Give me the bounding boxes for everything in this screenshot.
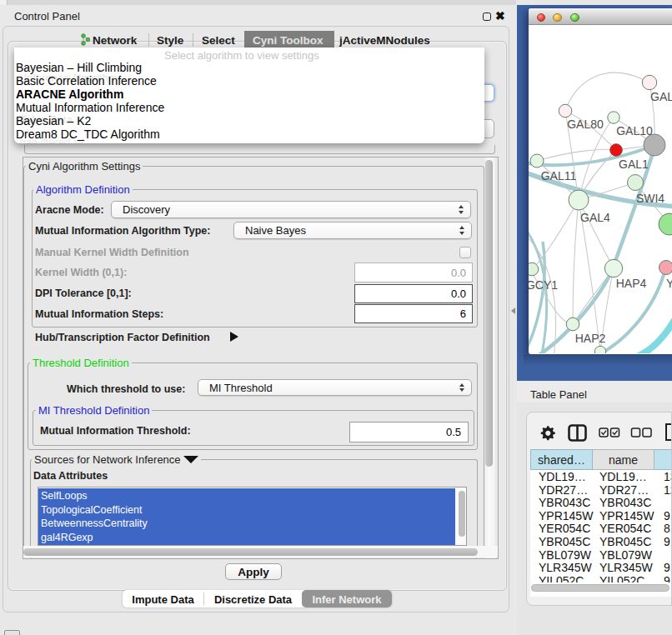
svg-text:GAL80: GAL80 bbox=[567, 118, 604, 131]
svg-text:GAL11: GAL11 bbox=[541, 169, 577, 182]
svg-text:YL: YL bbox=[666, 277, 672, 290]
svg-text:GAL4: GAL4 bbox=[580, 211, 610, 224]
svg-text:HAP2: HAP2 bbox=[575, 332, 606, 345]
svg-text:SWI4: SWI4 bbox=[636, 192, 664, 205]
svg-text:HAP4: HAP4 bbox=[616, 277, 647, 290]
svg-text:GAL7: GAL7 bbox=[650, 90, 672, 103]
svg-text:GCY1: GCY1 bbox=[529, 278, 558, 292]
svg-text:GAL10: GAL10 bbox=[616, 124, 653, 138]
svg-text:GAL1: GAL1 bbox=[619, 158, 649, 171]
